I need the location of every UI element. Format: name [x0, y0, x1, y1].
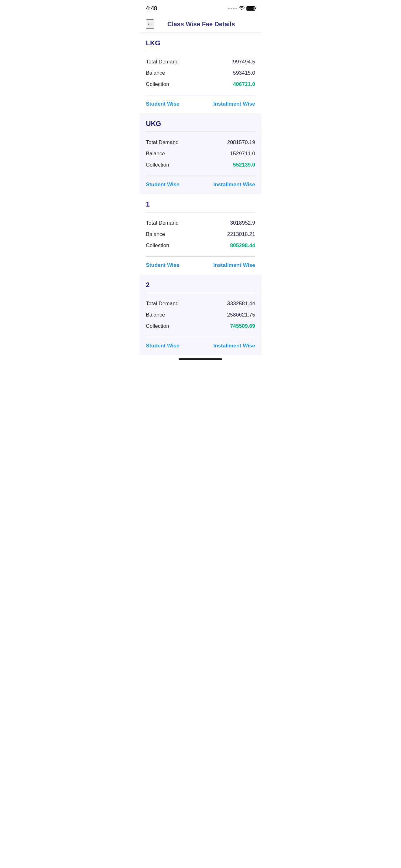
- total-demand-value-class1: 3018952.9: [230, 220, 255, 226]
- signal-icon: [228, 8, 237, 9]
- student-wise-btn-ukg[interactable]: Student Wise: [146, 182, 179, 188]
- student-wise-btn-lkg[interactable]: Student Wise: [146, 101, 179, 107]
- total-demand-row-class2: Total Demand 3332581.44: [146, 298, 255, 309]
- class-name-class2: 2: [146, 281, 255, 289]
- collection-row-class2: Collection 745509.69: [146, 320, 255, 332]
- action-row-class1: Student Wise Installment Wise: [146, 256, 255, 275]
- collection-label-class1: Collection: [146, 243, 169, 249]
- installment-wise-btn-ukg[interactable]: Installment Wise: [213, 182, 255, 188]
- back-button[interactable]: ←: [146, 19, 154, 29]
- balance-label-lkg: Balance: [146, 70, 165, 76]
- balance-row-class1: Balance 2213018.21: [146, 229, 255, 240]
- total-demand-label-lkg: Total Demand: [146, 59, 179, 65]
- collection-row-class1: Collection 805298.44: [146, 240, 255, 251]
- installment-wise-btn-lkg[interactable]: Installment Wise: [213, 101, 255, 107]
- total-demand-label-class2: Total Demand: [146, 301, 179, 307]
- divider-top-class1: [146, 212, 255, 213]
- class-name-class1: 1: [146, 200, 255, 208]
- class-section-ukg: UKG Total Demand 2081570.19 Balance 1529…: [140, 114, 261, 194]
- student-wise-btn-class1[interactable]: Student Wise: [146, 262, 179, 269]
- status-bar: 4:48: [140, 0, 261, 16]
- battery-icon: [246, 6, 255, 11]
- balance-label-class1: Balance: [146, 231, 165, 238]
- header: ← Class Wise Fee Details: [140, 16, 261, 33]
- balance-value-class1: 2213018.21: [227, 231, 255, 238]
- home-indicator: [179, 359, 222, 360]
- balance-value-class2: 2586621.75: [227, 312, 255, 318]
- balance-value-ukg: 1529711.0: [230, 151, 255, 157]
- total-demand-label-ukg: Total Demand: [146, 140, 179, 146]
- class-name-lkg: LKG: [146, 39, 255, 47]
- total-demand-value-ukg: 2081570.19: [227, 140, 255, 146]
- collection-value-class1: 805298.44: [230, 243, 255, 249]
- status-icons: [228, 6, 255, 11]
- action-row-class2: Student Wise Installment Wise: [146, 337, 255, 355]
- divider-top-ukg: [146, 131, 255, 132]
- balance-row-lkg: Balance 593415.0: [146, 67, 255, 79]
- balance-row-ukg: Balance 1529711.0: [146, 148, 255, 159]
- balance-label-class2: Balance: [146, 312, 165, 318]
- total-demand-value-lkg: 997494.5: [233, 59, 255, 65]
- page-title: Class Wise Fee Details: [159, 21, 243, 28]
- installment-wise-btn-class1[interactable]: Installment Wise: [213, 262, 255, 269]
- collection-value-lkg: 406721.0: [233, 81, 255, 88]
- collection-row-ukg: Collection 552139.0: [146, 159, 255, 170]
- divider-top-class2: [146, 293, 255, 293]
- class-name-ukg: UKG: [146, 120, 255, 128]
- student-wise-btn-class2[interactable]: Student Wise: [146, 343, 179, 349]
- collection-label-class2: Collection: [146, 323, 169, 329]
- balance-value-lkg: 593415.0: [233, 70, 255, 76]
- divider-top-lkg: [146, 51, 255, 51]
- class-section-class2: 2 Total Demand 3332581.44 Balance 258662…: [140, 275, 261, 355]
- collection-row-lkg: Collection 406721.0: [146, 79, 255, 90]
- total-demand-row-class1: Total Demand 3018952.9: [146, 217, 255, 229]
- total-demand-label-class1: Total Demand: [146, 220, 179, 226]
- class-section-lkg: LKG Total Demand 997494.5 Balance 593415…: [140, 33, 261, 114]
- total-demand-row-lkg: Total Demand 997494.5: [146, 56, 255, 67]
- collection-label-lkg: Collection: [146, 81, 169, 88]
- action-row-lkg: Student Wise Installment Wise: [146, 95, 255, 114]
- action-row-ukg: Student Wise Installment Wise: [146, 176, 255, 194]
- total-demand-value-class2: 3332581.44: [227, 301, 255, 307]
- wifi-icon: [239, 6, 244, 11]
- collection-value-class2: 745509.69: [230, 323, 255, 329]
- class-section-class1: 1 Total Demand 3018952.9 Balance 2213018…: [140, 194, 261, 275]
- balance-row-class2: Balance 2586621.75: [146, 309, 255, 320]
- status-time: 4:48: [146, 5, 157, 12]
- collection-value-ukg: 552139.0: [233, 162, 255, 168]
- balance-label-ukg: Balance: [146, 151, 165, 157]
- total-demand-row-ukg: Total Demand 2081570.19: [146, 137, 255, 148]
- installment-wise-btn-class2[interactable]: Installment Wise: [213, 343, 255, 349]
- collection-label-ukg: Collection: [146, 162, 169, 168]
- class-list: LKG Total Demand 997494.5 Balance 593415…: [140, 33, 261, 355]
